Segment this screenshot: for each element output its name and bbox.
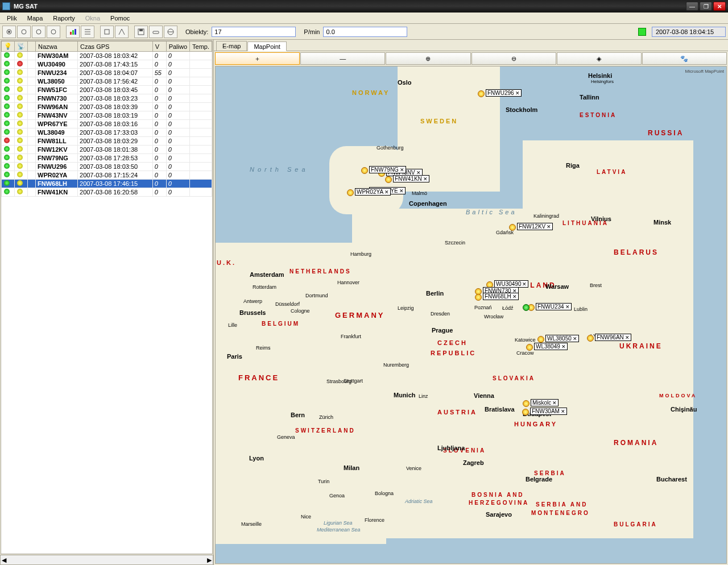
tool-btn-8[interactable] (149, 26, 163, 38)
close-icon[interactable]: ✕ (561, 409, 565, 414)
table-row[interactable]: FNW68LH2007-03-08 17:46:1500 (2, 180, 212, 188)
map-marker[interactable] (361, 167, 368, 174)
tool-btn-3[interactable] (32, 26, 46, 38)
table-row[interactable]: FNWU2962007-03-08 18:03:5000 (2, 163, 212, 171)
close-icon[interactable]: ✕ (573, 336, 577, 342)
maximize-button[interactable]: ❐ (700, 2, 712, 11)
table-row[interactable]: FNW12KV2007-03-08 18:01:3800 (2, 146, 212, 154)
close-icon[interactable]: ✕ (561, 344, 566, 350)
table-row[interactable]: FNW81LL2007-03-08 18:03:2900 (2, 137, 212, 146)
obiekty-field[interactable] (212, 27, 296, 37)
pmin-field[interactable] (323, 27, 407, 37)
map-marker[interactable] (523, 304, 530, 311)
map-marker-label[interactable]: FNW30AM✕ (530, 408, 567, 415)
map-marker-label[interactable]: FNWU296✕ (486, 89, 522, 97)
tool-btn-1[interactable] (2, 26, 16, 38)
map-marker-label[interactable]: FNW68LH✕ (483, 293, 519, 300)
tool-btn-6[interactable] (115, 26, 129, 38)
map-marker[interactable] (347, 189, 354, 196)
close-icon[interactable]: ✕ (512, 294, 517, 300)
close-button[interactable]: ✕ (713, 2, 726, 11)
table-row[interactable]: WPR02YA2007-03-08 17:15:2400 (2, 171, 212, 180)
map-zoomout-button[interactable]: ⊖ (471, 52, 556, 65)
menu-plik[interactable]: Plik (2, 14, 22, 23)
map-marker[interactable] (475, 294, 482, 301)
table-row[interactable]: FNWU2342007-03-08 18:04:07550 (2, 69, 212, 77)
col-czas[interactable]: Czas GPS (78, 41, 153, 52)
close-icon[interactable]: ✕ (416, 170, 421, 176)
map-marker[interactable] (523, 400, 530, 407)
close-icon[interactable]: ✕ (400, 167, 404, 173)
tool-btn-list[interactable] (81, 26, 94, 38)
map-marker[interactable] (385, 176, 392, 183)
table-row[interactable]: FNW30AM2007-03-08 18:03:4200 (2, 52, 212, 60)
cell-paliwo: 0 (166, 77, 189, 86)
map-marker-label[interactable]: WL38049✕ (534, 343, 568, 350)
tool-btn-9[interactable] (164, 26, 177, 38)
map-canvas[interactable]: North Sea Baltic Sea Adriatic Sea Liguri… (215, 66, 727, 564)
col-temp[interactable]: Temp. (190, 41, 212, 52)
scroll-right-icon[interactable]: ▶ (207, 556, 212, 564)
map-marker-label[interactable]: WPR02YA✕ (355, 188, 391, 196)
tool-btn-5[interactable] (100, 26, 114, 38)
hscrollbar[interactable]: ◀ ▶ (0, 555, 213, 565)
close-icon[interactable]: ✕ (515, 90, 520, 96)
table-row[interactable]: WU304902007-03-08 17:43:1500 (2, 60, 212, 69)
map-paw-button[interactable]: 🐾 (642, 52, 727, 65)
table-row[interactable]: FNW96AN2007-03-08 18:03:3900 (2, 103, 212, 111)
map-marker[interactable] (478, 90, 485, 97)
map-marker-label[interactable]: FNW79NG✕ (369, 166, 406, 173)
close-icon[interactable]: ✕ (423, 176, 428, 182)
map-marker-label[interactable]: FNWU234✕ (536, 303, 572, 310)
map-add-button[interactable]: ＋ (215, 52, 300, 65)
map-minus-button[interactable]: — (300, 52, 385, 65)
menu-okna[interactable]: Okna (81, 14, 105, 23)
table-row[interactable]: WL380502007-03-08 17:56:4200 (2, 77, 212, 86)
table-row[interactable]: FNW43NV2007-03-08 18:03:1900 (2, 111, 212, 120)
menu-raporty[interactable]: Raporty (48, 14, 80, 23)
table-row[interactable]: WL380492007-03-08 17:33:0300 (2, 128, 212, 137)
country-label: BULGARIA (614, 521, 657, 527)
minimize-button[interactable]: — (686, 2, 698, 11)
close-icon[interactable]: ✕ (384, 189, 389, 195)
col-status1[interactable]: 💡 (2, 41, 15, 52)
tool-btn-7[interactable] (134, 26, 148, 38)
map-zoomin-button[interactable]: ⊕ (386, 52, 470, 65)
table-row[interactable]: FNW51FC2007-03-08 18:03:4500 (2, 86, 212, 94)
map-marker[interactable] (526, 344, 533, 351)
tool-btn-4[interactable] (47, 26, 60, 38)
col-nazwa[interactable]: Nazwa (36, 41, 78, 52)
map-marker-label[interactable]: FNW41KN✕ (393, 175, 429, 182)
menu-pomoc[interactable]: Pomoc (106, 14, 134, 23)
map-marker[interactable] (522, 409, 529, 416)
table-row[interactable]: FNW41KN2007-03-08 16:20:5800 (2, 188, 212, 197)
close-icon[interactable]: ✕ (625, 335, 630, 340)
map-target-button[interactable]: ◈ (557, 52, 642, 65)
table-row[interactable]: FNWN7302007-03-08 18:03:2300 (2, 94, 212, 103)
col-status2[interactable]: 📡 (15, 41, 28, 52)
tab-mappoint[interactable]: MapPoint (247, 41, 286, 51)
map-marker[interactable] (537, 336, 544, 343)
close-icon[interactable]: ✕ (547, 224, 551, 230)
tool-btn-chart[interactable] (66, 26, 80, 38)
col-v[interactable]: V (152, 41, 166, 52)
map-marker-label[interactable]: FNW96AN✕ (595, 334, 631, 341)
close-icon[interactable]: ✕ (552, 400, 557, 406)
close-icon[interactable]: ✕ (522, 281, 527, 287)
menu-mapa[interactable]: Mapa (23, 14, 48, 23)
map-marker-label[interactable]: Miskolc✕ (531, 399, 559, 406)
table-row[interactable]: WPR67YE2007-03-08 18:03:1600 (2, 120, 212, 128)
col-status3[interactable] (28, 41, 36, 52)
map-marker[interactable] (509, 224, 516, 231)
col-paliwo[interactable]: Paliwo (166, 41, 189, 52)
tab-emap[interactable]: E-map (216, 41, 247, 51)
map-marker[interactable] (587, 335, 594, 342)
tool-btn-2[interactable] (17, 26, 31, 38)
close-icon[interactable]: ✕ (565, 304, 570, 310)
map-marker-label[interactable]: WL38050✕ (545, 335, 579, 342)
object-grid[interactable]: 💡 📡 Nazwa Czas GPS V Paliwo Temp. FNW30A… (1, 40, 213, 554)
table-row[interactable]: FNW79NG2007-03-08 17:28:5300 (2, 154, 212, 163)
map-marker-label[interactable]: FNW12KV✕ (517, 223, 553, 230)
scroll-left-icon[interactable]: ◀ (2, 556, 6, 564)
close-icon[interactable]: ✕ (399, 188, 404, 194)
